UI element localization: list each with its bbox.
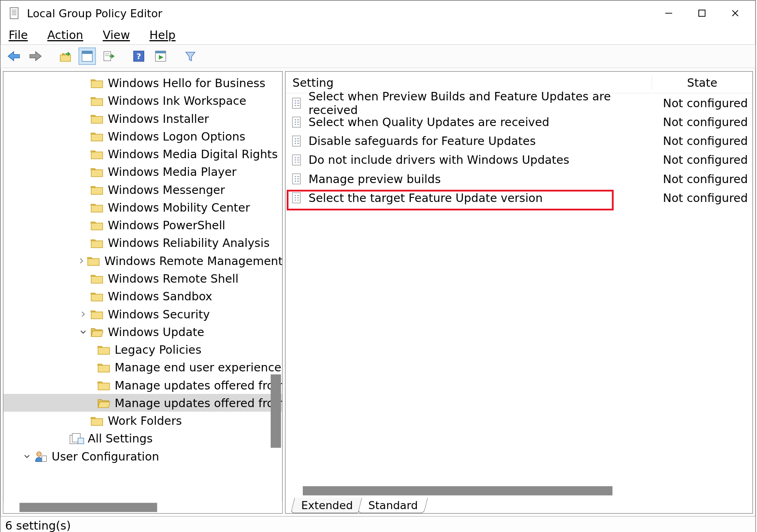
svg-point-102 [295, 178, 296, 179]
svg-point-104 [295, 180, 296, 181]
tree-item[interactable]: Windows Remote Shell [4, 269, 282, 287]
tree-pane: Windows Hello for BusinessWindows Ink Wo… [3, 71, 283, 514]
tree-item[interactable]: Windows Security [4, 305, 282, 323]
tree-item[interactable]: Windows Sandbox [4, 287, 282, 305]
policy-name: Select when Quality Updates are received [308, 115, 549, 128]
svg-point-83 [295, 124, 296, 125]
documents-icon [69, 432, 84, 444]
filter-button[interactable] [182, 48, 199, 65]
svg-marker-47 [87, 257, 92, 258]
status-text: 6 setting(s) [5, 519, 71, 532]
tree-item-label: Windows Installer [108, 112, 209, 125]
tree-item[interactable]: Windows Mobility Center [4, 198, 282, 216]
policy-icon [291, 97, 303, 109]
view-tabs: Extended Standard [286, 496, 752, 513]
policy-row[interactable]: Select when Preview Builds and Feature U… [286, 94, 752, 112]
up-button[interactable] [57, 48, 74, 65]
tree-item-label: Windows Security [108, 307, 210, 321]
tree-item[interactable]: Windows Installer [4, 110, 282, 127]
svg-point-72 [295, 100, 296, 101]
svg-marker-27 [91, 79, 96, 81]
chevron-right-icon[interactable] [78, 257, 85, 264]
svg-rect-36 [91, 169, 103, 176]
scrollbar-thumb[interactable] [303, 486, 612, 495]
tree-item-label: Manage end user experience [115, 360, 282, 374]
menu-view[interactable]: View [100, 27, 132, 43]
svg-rect-64 [91, 418, 103, 425]
tree-item[interactable]: Windows Reliability Analysis [4, 234, 282, 252]
tree-item[interactable]: Windows Media Player [4, 163, 282, 181]
tree-item-label: Manage updates offered from [115, 378, 282, 392]
chevron-down-icon[interactable] [78, 328, 88, 335]
svg-rect-6 [699, 10, 705, 16]
tree-item-user-configuration[interactable]: User Configuration [4, 447, 282, 465]
help-button[interactable]: ? [130, 48, 147, 65]
tree-item[interactable]: Windows PowerShell [4, 216, 282, 234]
svg-rect-11 [60, 55, 71, 61]
tree-vertical-scrollbar[interactable] [269, 72, 282, 490]
svg-marker-55 [91, 330, 103, 336]
svg-text:?: ? [137, 51, 141, 61]
tree-item[interactable]: Windows Ink Workspace [4, 92, 282, 109]
svg-point-90 [295, 143, 296, 144]
menu-help[interactable]: Help [147, 27, 178, 43]
scrollbar-thumb[interactable] [20, 503, 157, 512]
back-button[interactable] [5, 48, 22, 65]
app-window: Local Group Policy Editor File Action Vi… [0, 0, 756, 532]
svg-marker-39 [91, 186, 96, 187]
policy-list[interactable]: Setting State Select when Preview Builds… [286, 72, 752, 485]
svg-point-69 [37, 452, 41, 456]
tree-item[interactable]: Manage updates offered from [4, 376, 282, 394]
svg-point-86 [295, 138, 296, 139]
chevron-down-icon[interactable] [22, 453, 32, 459]
export-list-button[interactable] [100, 48, 118, 65]
tree-item[interactable]: Manage end user experience [4, 359, 282, 376]
tree-item[interactable]: Work Folders [4, 412, 282, 429]
svg-rect-40 [91, 205, 103, 212]
tree-item[interactable]: Windows Logon Options [4, 127, 282, 145]
tree-item[interactable]: Windows Remote Management [4, 252, 282, 269]
policy-row[interactable]: Manage preview buildsNot configured [286, 169, 752, 188]
minimize-button[interactable] [652, 2, 686, 24]
show-tree-button[interactable] [79, 48, 96, 65]
policy-icon [291, 192, 303, 204]
tree-item-label: Legacy Policies [115, 342, 202, 356]
run-button[interactable] [152, 48, 169, 65]
policy-state: Not configured [651, 96, 752, 110]
tree-item[interactable]: Windows Media Digital Rights [4, 145, 282, 163]
close-button[interactable] [718, 2, 752, 24]
menu-action[interactable]: Action [45, 27, 86, 43]
svg-rect-44 [91, 241, 103, 247]
policy-state: Not configured [651, 172, 752, 185]
svg-marker-53 [91, 310, 96, 312]
tab-standard[interactable]: Standard [358, 498, 428, 514]
chevron-right-icon[interactable] [78, 310, 88, 317]
policy-row[interactable]: Do not include drivers with Windows Upda… [286, 150, 752, 169]
folder-icon [91, 167, 103, 177]
column-state[interactable]: State [651, 75, 752, 89]
tree-item[interactable]: Windows Messenger [4, 181, 282, 198]
scrollbar-thumb[interactable] [271, 374, 281, 448]
menu-file[interactable]: File [6, 27, 30, 43]
tree-item[interactable]: Windows Update [4, 323, 282, 340]
maximize-button[interactable] [685, 2, 718, 24]
tree-item[interactable]: Manage updates offered from [4, 394, 282, 412]
column-setting[interactable]: Setting [286, 75, 651, 89]
svg-marker-43 [91, 222, 96, 223]
policy-row[interactable]: Select the target Feature Update version… [286, 188, 752, 207]
policy-row[interactable]: Disable safeguards for Feature UpdatesNo… [286, 131, 752, 150]
policy-row[interactable]: Select when Quality Updates are received… [286, 112, 752, 131]
forward-button[interactable] [27, 48, 44, 65]
svg-rect-30 [91, 116, 103, 123]
tree-item-all-settings[interactable]: All Settings [4, 430, 282, 447]
tab-extended[interactable]: Extended [290, 498, 363, 514]
tree-horizontal-scrollbar[interactable] [4, 502, 282, 514]
tree[interactable]: Windows Hello for BusinessWindows Ink Wo… [4, 72, 282, 465]
tree-item[interactable]: Windows Hello for Business [4, 74, 282, 92]
svg-rect-26 [91, 81, 103, 88]
tree-item[interactable]: Legacy Policies [4, 340, 282, 358]
folder-icon [98, 344, 110, 355]
list-horizontal-scrollbar[interactable] [286, 485, 752, 497]
policy-icon [291, 116, 303, 128]
tree-item-label: Windows Media Player [108, 165, 236, 179]
